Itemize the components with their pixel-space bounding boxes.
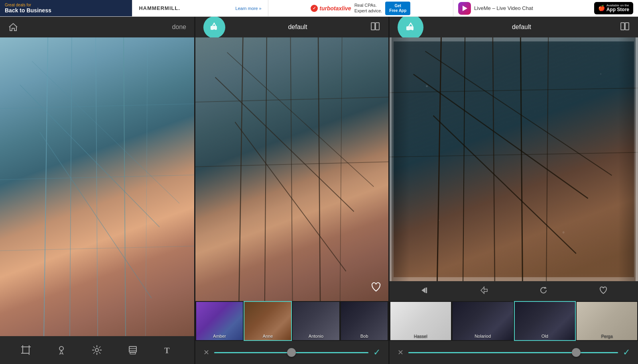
svg-line-1: [44, 37, 48, 336]
liveme-app-name: LiveMe – Live Video Chat: [474, 5, 533, 11]
app-store-button[interactable]: 🍎 Available on the App Store: [594, 2, 633, 15]
panel3-confirm-button[interactable]: ✓: [623, 347, 630, 358]
great-deals-text: Great deals for: [5, 3, 31, 7]
flip-button[interactable]: [480, 286, 488, 297]
svg-rect-65: [426, 288, 427, 293]
hassel-label: Hassel: [390, 334, 451, 339]
svg-point-20: [95, 348, 98, 352]
panel2-photo: [195, 37, 388, 301]
svg-line-11: [0, 246, 194, 251]
back-business-text: Back to Business: [5, 7, 51, 14]
hammermill-logo: HAMMERMILL.: [139, 5, 180, 11]
crop-tool-button[interactable]: [20, 344, 32, 356]
svg-line-5: [146, 37, 148, 336]
filter-antonio[interactable]: Antonio: [292, 301, 340, 341]
antonio-label: Antonio: [293, 334, 339, 339]
home-button[interactable]: [8, 22, 18, 32]
filter-amber[interactable]: Amber: [195, 301, 244, 341]
learn-more-link[interactable]: Learn more »: [235, 6, 261, 11]
panel3-photo: [390, 37, 638, 281]
svg-rect-12: [23, 347, 29, 353]
svg-line-41: [291, 37, 293, 301]
svg-line-42: [318, 37, 320, 301]
panel2-title: default: [288, 23, 307, 31]
perga-label: Perga: [577, 334, 637, 339]
svg-rect-32: [130, 352, 136, 354]
svg-line-10: [0, 175, 194, 180]
panel2-filter-thumbnails: Amber Anne Antonio Bob: [195, 301, 388, 341]
text-tool-button[interactable]: T: [163, 344, 174, 356]
filter-old[interactable]: Old: [514, 301, 576, 341]
layers-tool-button[interactable]: [127, 344, 138, 356]
panel3-intensity-slider[interactable]: [408, 352, 618, 353]
turbotax-check-icon: ✓: [311, 5, 318, 12]
panel-3-filter: default: [388, 17, 638, 364]
svg-line-44: [215, 77, 354, 211]
ad-back-business[interactable]: Great deals for Back to Business: [0, 0, 132, 16]
panel2-eraser-button[interactable]: [203, 17, 225, 38]
brush-tool-button[interactable]: [56, 344, 67, 356]
filter-anne[interactable]: Anne: [244, 301, 292, 341]
panel2-heart-button[interactable]: [370, 281, 382, 295]
svg-marker-64: [421, 288, 425, 293]
filter-nolariod[interactable]: Nolariod: [452, 301, 514, 341]
ad-hammermill[interactable]: HAMMERMILL. Learn more »: [132, 0, 268, 16]
svg-line-56: [493, 37, 495, 281]
panel3-heart-button[interactable]: [599, 286, 608, 297]
play-back-button[interactable]: [420, 286, 429, 297]
turbotax-tagline: Real CPAs. Expert advice.: [354, 3, 382, 13]
svg-line-2: [70, 37, 72, 336]
panel-1-photo-editor: done: [0, 17, 194, 364]
svg-line-4: [124, 37, 126, 336]
svg-line-3: [96, 37, 98, 336]
apple-icon: 🍎: [598, 5, 605, 11]
svg-line-8: [40, 132, 152, 298]
svg-line-27: [99, 346, 100, 348]
svg-line-9: [0, 104, 194, 109]
rotate-button[interactable]: [539, 286, 548, 297]
svg-line-57: [520, 37, 522, 281]
ad-turbotax[interactable]: ✓ turbotaxlive Real CPAs. Expert advice.…: [268, 0, 453, 16]
filter-bob[interactable]: Bob: [340, 301, 388, 341]
svg-line-55: [463, 37, 465, 281]
turbotax-name: turbotaxlive: [319, 5, 351, 12]
svg-rect-37: [376, 23, 379, 30]
panel2-intensity-slider[interactable]: [214, 352, 368, 353]
panel2-confirm-button[interactable]: ✓: [373, 347, 380, 358]
svg-line-59: [414, 74, 588, 198]
panel3-filter-thumbnails: Hassel Nolariod Old Perga: [390, 301, 638, 341]
panel-2-filter: default: [194, 17, 388, 364]
panel2-cancel-button[interactable]: ✕: [203, 348, 209, 357]
effects-tool-button[interactable]: [91, 344, 102, 356]
nolariod-label: Nolariod: [453, 334, 513, 339]
panel2-slider-handle[interactable]: [287, 348, 296, 357]
panel2-filter-controls: ✕ ✓: [195, 341, 388, 364]
turbotax-get-button[interactable]: Get Free App: [385, 2, 410, 15]
turbotax-logo: ✓ turbotaxlive: [311, 5, 351, 12]
panel2-photo-area: [195, 37, 388, 301]
svg-line-62: [390, 88, 638, 93]
panel2-split-button[interactable]: [370, 21, 380, 33]
panel3-action-bar: [390, 281, 638, 301]
done-button[interactable]: done: [172, 23, 186, 31]
filter-perga[interactable]: Perga: [576, 301, 638, 341]
panel1-photo: [0, 37, 194, 336]
svg-line-40: [265, 37, 267, 301]
ad-liveme[interactable]: LiveMe – Live Video Chat 🍎 Available on …: [453, 0, 638, 16]
svg-rect-51: [621, 23, 624, 30]
svg-line-47: [195, 97, 388, 102]
svg-rect-36: [371, 23, 375, 30]
panel3-cancel-button[interactable]: ✕: [398, 348, 404, 357]
svg-line-61: [433, 115, 576, 253]
panel3-split-button[interactable]: [620, 21, 630, 33]
svg-line-7: [32, 61, 179, 204]
panel2-header: default: [195, 17, 388, 37]
panel3-filter-controls: ✕ ✓: [390, 341, 638, 364]
ad-banner: Great deals for Back to Business HAMMERM…: [0, 0, 638, 17]
svg-line-25: [93, 346, 95, 348]
panel3-slider-handle[interactable]: [572, 348, 581, 357]
amber-label: Amber: [196, 334, 243, 339]
filter-hassel[interactable]: Hassel: [390, 301, 452, 341]
svg-line-26: [99, 352, 100, 354]
panel3-eraser-button[interactable]: [398, 17, 423, 40]
